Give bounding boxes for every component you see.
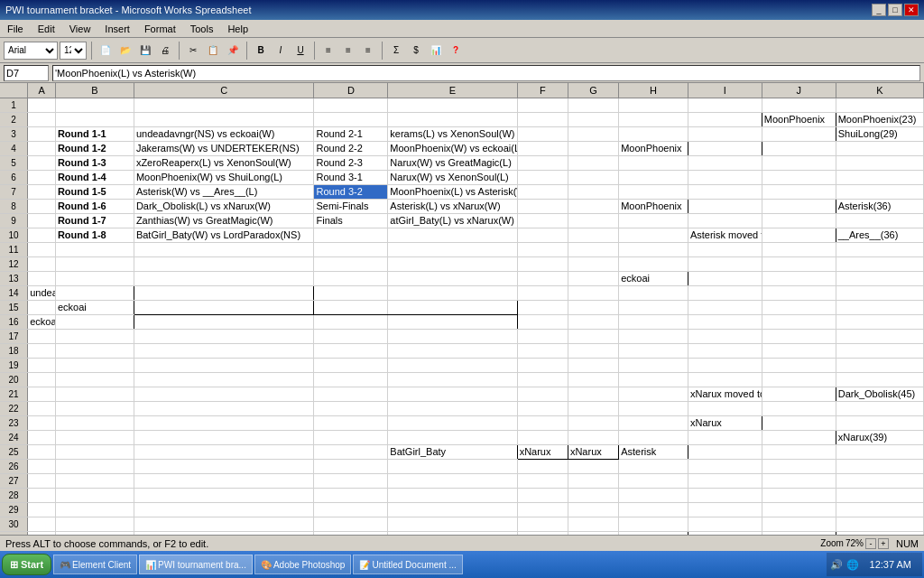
cell-B6[interactable]: Round 1-4: [55, 170, 134, 184]
col-header-e[interactable]: E: [388, 83, 517, 98]
cell-A24[interactable]: [28, 430, 56, 444]
cell-H3[interactable]: [619, 126, 688, 141]
zoom-minus-button[interactable]: -: [865, 538, 876, 549]
cell-K11[interactable]: [836, 242, 923, 256]
cell-E4[interactable]: MoonPhoenix(W) vs eckoai(L): [388, 141, 517, 155]
cell-B1[interactable]: [55, 98, 134, 112]
align-left-icon[interactable]: ≡: [319, 42, 337, 60]
cell-E25[interactable]: BatGirl_Baty: [388, 444, 517, 459]
cell-K29[interactable]: [836, 502, 923, 517]
cell-I26[interactable]: [688, 459, 762, 473]
cell-F24[interactable]: [517, 430, 568, 444]
cell-A15[interactable]: [28, 300, 56, 314]
cell-G10[interactable]: [568, 228, 618, 242]
cell-F17[interactable]: [517, 329, 568, 343]
cell-J24[interactable]: [762, 430, 836, 444]
cell-D31[interactable]: [314, 531, 388, 535]
cell-K25[interactable]: [836, 444, 923, 459]
cell-J10[interactable]: [762, 228, 836, 242]
cell-F13[interactable]: [517, 271, 568, 285]
cell-D19[interactable]: [314, 358, 388, 372]
cell-K4[interactable]: [836, 141, 923, 155]
cell-K22[interactable]: [836, 401, 923, 415]
cell-J29[interactable]: [762, 502, 836, 517]
cell-K7[interactable]: [836, 184, 923, 199]
cell-J4[interactable]: [762, 141, 836, 155]
cell-A8[interactable]: [28, 199, 56, 213]
cell-G4[interactable]: [568, 141, 618, 155]
cell-B27[interactable]: [55, 473, 134, 488]
cell-H20[interactable]: [619, 372, 688, 387]
cell-C31[interactable]: [134, 531, 314, 535]
cell-G21[interactable]: [568, 387, 618, 401]
cell-C8[interactable]: Dark_Obolisk(L) vs xNarux(W): [134, 199, 314, 213]
cell-C6[interactable]: MoonPhoenix(W) vs ShuiLong(L): [134, 170, 314, 184]
cell-F31[interactable]: [517, 531, 568, 535]
cell-F2[interactable]: [517, 112, 568, 126]
col-header-d[interactable]: D: [314, 83, 388, 98]
cell-A28[interactable]: [28, 488, 56, 502]
cell-B2[interactable]: [55, 112, 134, 126]
cell-A21[interactable]: [28, 387, 56, 401]
cell-B13[interactable]: [55, 271, 134, 285]
cell-E8[interactable]: Asterisk(L) vs xNarux(W): [388, 199, 517, 213]
cell-B21[interactable]: [55, 387, 134, 401]
cell-B20[interactable]: [55, 372, 134, 387]
cell-J25[interactable]: [762, 444, 836, 459]
cell-K12[interactable]: [836, 256, 923, 271]
cell-F15[interactable]: [517, 300, 568, 314]
cell-K9[interactable]: [836, 213, 923, 228]
cell-I2[interactable]: [688, 112, 762, 126]
cell-D10[interactable]: [314, 228, 388, 242]
cell-A19[interactable]: [28, 358, 56, 372]
cell-C19[interactable]: [134, 358, 314, 372]
cell-C2[interactable]: [134, 112, 314, 126]
cell-J12[interactable]: [762, 256, 836, 271]
cell-E2[interactable]: [388, 112, 517, 126]
cell-I18[interactable]: [688, 343, 762, 358]
cell-C21[interactable]: [134, 387, 314, 401]
cell-A17[interactable]: [28, 329, 56, 343]
col-header-g[interactable]: G: [568, 83, 618, 98]
cell-A6[interactable]: [28, 170, 56, 184]
cell-G31[interactable]: [568, 531, 618, 535]
cell-C29[interactable]: [134, 502, 314, 517]
cell-A3[interactable]: [28, 126, 56, 141]
cell-D20[interactable]: [314, 372, 388, 387]
cell-B9[interactable]: Round 1-7: [55, 213, 134, 228]
cell-I5[interactable]: [688, 155, 762, 170]
font-size-select[interactable]: 12: [60, 42, 87, 60]
cell-B28[interactable]: [55, 488, 134, 502]
cell-G2[interactable]: [568, 112, 618, 126]
col-header-k[interactable]: K: [836, 83, 923, 98]
cell-G8[interactable]: [568, 199, 618, 213]
cell-B25[interactable]: [55, 444, 134, 459]
save-icon[interactable]: 💾: [136, 42, 154, 60]
cell-C9[interactable]: Zanthias(W) vs GreatMagic(W): [134, 213, 314, 228]
cell-D29[interactable]: [314, 502, 388, 517]
cell-K19[interactable]: [836, 358, 923, 372]
cell-J8[interactable]: [762, 199, 836, 213]
cell-D17[interactable]: [314, 329, 388, 343]
cell-C12[interactable]: [134, 256, 314, 271]
col-header-b[interactable]: B: [55, 83, 134, 98]
cell-J26[interactable]: [762, 459, 836, 473]
cell-G6[interactable]: [568, 170, 618, 184]
cell-J20[interactable]: [762, 372, 836, 387]
cell-E20[interactable]: [388, 372, 517, 387]
cell-I22[interactable]: [688, 401, 762, 415]
cell-D5[interactable]: Round 2-3: [314, 155, 388, 170]
cell-D15[interactable]: [314, 300, 388, 314]
currency-icon[interactable]: $: [407, 42, 425, 60]
cell-K3[interactable]: ShuiLong(29): [836, 126, 923, 141]
cell-J5[interactable]: [762, 155, 836, 170]
cell-J30[interactable]: [762, 517, 836, 531]
cell-C18[interactable]: [134, 343, 314, 358]
cell-H24[interactable]: [619, 430, 688, 444]
cell-D2[interactable]: [314, 112, 388, 126]
zoom-plus-button[interactable]: +: [878, 538, 889, 549]
cell-I23[interactable]: xNarux: [688, 415, 762, 430]
cell-D27[interactable]: [314, 473, 388, 488]
cell-F1[interactable]: [517, 98, 568, 112]
cell-C10[interactable]: BatGirl_Baty(W) vs LordParadox(NS): [134, 228, 314, 242]
